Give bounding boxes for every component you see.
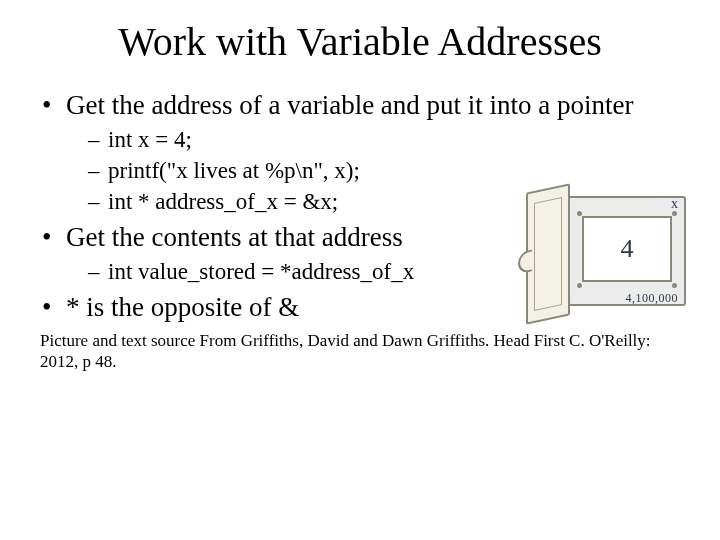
memory-cell-body: x 4 4,100,000 [568,196,686,306]
bullet-text: Get the contents at that address [66,222,403,252]
code-line: int x = 4; [88,124,680,155]
safe-door-icon [526,183,570,324]
bullet-text: Get the address of a variable and put it… [66,90,634,120]
variable-value: 4 [621,234,634,264]
door-panel [534,197,562,311]
source-citation: Picture and text source From Griffiths, … [40,330,680,373]
page-title: Work with Variable Addresses [40,18,680,65]
door-handle-icon [518,249,532,274]
memory-cell-illustration: x 4 4,100,000 [518,188,686,328]
memory-address-label: 4,100,000 [626,291,679,306]
memory-cell-window: 4 [582,216,672,282]
code-line: printf("x lives at %p\n", x); [88,155,680,186]
slide: Work with Variable Addresses Get the add… [0,0,720,540]
bullet-text: * is the opposite of & [66,292,299,322]
variable-name-label: x [671,196,678,212]
